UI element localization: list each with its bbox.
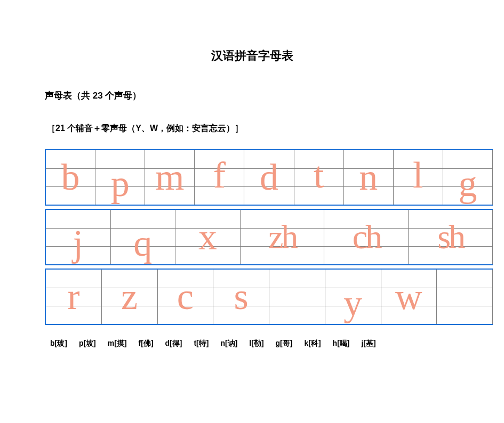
legend-item: d[得]	[165, 339, 182, 348]
pinyin-letter: c	[177, 278, 194, 315]
document-page: 汉语拼音字母表 声母表（共 23 个声母） ［21 个辅音＋零声母（Y、W，例如…	[0, 0, 504, 348]
legend-item: l[勒]	[249, 339, 263, 348]
grid-cell: s	[213, 270, 269, 324]
grid-cell: m	[145, 150, 195, 205]
pinyin-letter: zh	[268, 220, 296, 254]
pinyin-letter: n	[359, 159, 378, 196]
legend-item: k[科]	[304, 339, 321, 348]
grid-cell: n	[344, 150, 394, 205]
pinyin-letter: w	[395, 278, 422, 315]
pinyin-letter: f	[213, 157, 226, 194]
grid-cell: z	[102, 270, 158, 324]
grid-cell	[269, 270, 325, 324]
pinyin-letter: q	[133, 225, 152, 262]
grid-cell: p	[95, 150, 145, 205]
pinyin-letter: r	[67, 278, 79, 315]
grid-cell: y	[325, 270, 381, 324]
legend-item: m[摸]	[108, 339, 127, 348]
legend-item: h[喝]	[333, 339, 350, 348]
grid-cell: g	[443, 150, 493, 205]
grid-cell: x	[175, 210, 241, 264]
legend-item: j[基]	[361, 339, 375, 348]
section-subtitle: 声母表（共 23 个声母）	[43, 90, 461, 102]
grid-cell: j	[46, 210, 111, 264]
pinyin-letter: d	[260, 159, 278, 196]
grid-cell: r	[46, 270, 102, 324]
grid-cell	[437, 270, 493, 324]
pinyin-letter: b	[61, 159, 80, 196]
pinyin-letter: z	[121, 278, 138, 315]
pinyin-letter: j	[73, 225, 83, 262]
pinyin-letter: p	[111, 165, 130, 202]
grid-cell: f	[195, 150, 244, 205]
pinyin-letter: l	[413, 157, 423, 194]
grid-cell: zh	[241, 210, 325, 264]
grid-cell: c	[158, 270, 214, 324]
legend-item: t[特]	[194, 339, 209, 348]
grid-row: j q x zh ch sh	[45, 209, 493, 265]
document-title: 汉语拼音字母表	[43, 48, 461, 64]
pinyin-letter: ch	[353, 220, 380, 254]
grid-row: r z c s y w	[45, 269, 493, 325]
section-note: ［21 个辅音＋零声母（Y、W，例如：安言忘云）］	[43, 123, 461, 134]
grid-cell: ch	[324, 210, 409, 264]
pinyin-grid: b p m f d t n l g j q x zh ch sh	[45, 149, 493, 325]
legend-item: n[讷]	[220, 339, 237, 348]
pinyin-letter: t	[314, 157, 324, 194]
grid-cell: d	[244, 150, 294, 205]
legend-item: p[坡]	[79, 339, 96, 348]
legend-item: b[玻]	[50, 339, 67, 348]
pinyin-letter: y	[343, 284, 362, 322]
pinyin-letter: s	[234, 278, 249, 315]
grid-cell: l	[394, 150, 443, 205]
legend-item: g[哥]	[276, 339, 293, 348]
grid-cell: w	[381, 270, 437, 324]
grid-cell: q	[111, 210, 176, 264]
grid-row: b p m f d t n l g	[45, 149, 493, 206]
grid-cell: b	[46, 150, 95, 205]
legend-row: b[玻] p[坡] m[摸] f[佛] d[得] t[特] n[讷] l[勒] …	[43, 339, 461, 348]
legend-item: f[佛]	[139, 339, 154, 348]
pinyin-letter: g	[458, 165, 477, 202]
pinyin-letter: m	[155, 159, 184, 196]
pinyin-letter: sh	[437, 220, 463, 254]
grid-cell: sh	[409, 210, 493, 264]
pinyin-letter: x	[198, 218, 217, 256]
grid-cell: t	[294, 150, 344, 205]
